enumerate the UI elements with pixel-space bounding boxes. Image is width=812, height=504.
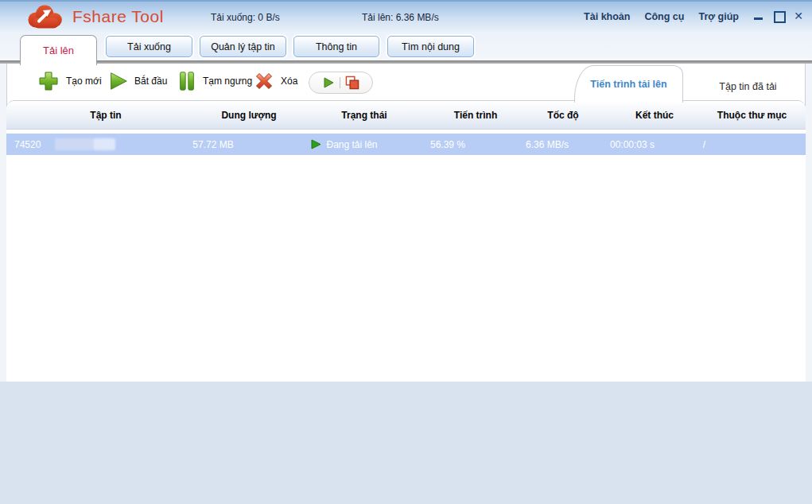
tab-file-manager[interactable]: Quản lý tập tin — [200, 36, 286, 57]
delete-label: Xóa — [281, 76, 297, 87]
file-id-text: 74520 — [14, 139, 41, 150]
tab-info[interactable]: Thông tin — [293, 36, 379, 57]
app-title: Fshare Tool — [72, 7, 164, 26]
window-controls: ✕ — [753, 10, 804, 22]
pause-icon — [177, 70, 197, 92]
mini-play-icon — [322, 76, 335, 89]
quick-actions-group — [309, 72, 373, 94]
column-header-size: Dung lượng — [205, 110, 293, 121]
maximize-icon[interactable] — [773, 10, 784, 21]
column-header-speed: Tốc độ — [515, 110, 611, 121]
app-window: Fshare Tool Tải xuống: 0 B/s Tải lên: 6.… — [0, 0, 812, 504]
panel-tab-upload-progress-label: Tiến trình tải lên — [590, 79, 666, 90]
cell-size: 57.72 MB — [169, 139, 257, 150]
column-header-finish: Kết thúc — [611, 110, 698, 121]
cell-folder: / — [651, 139, 758, 150]
cell-speed: 6.36 MB/s — [499, 139, 595, 150]
menu-bar: Tài khoản Công cụ Trợ giúp — [584, 11, 739, 22]
mini-stack-button[interactable] — [340, 76, 364, 90]
tab-search-content[interactable]: Tìm nội dung — [387, 36, 474, 57]
window-background-area — [0, 382, 812, 504]
delete-x-icon — [253, 70, 275, 92]
upload-table: Tập tin Dung lượng Trạng thái Tiến trình… — [6, 100, 806, 382]
uploading-play-icon — [311, 139, 321, 149]
create-new-button[interactable]: Tạo mới — [37, 67, 102, 95]
pause-button[interactable]: Tạm ngưng — [177, 67, 252, 95]
column-header-file: Tập tin — [6, 110, 205, 121]
stacked-windows-icon — [345, 76, 359, 90]
title-bar: Fshare Tool Tải xuống: 0 B/s Tải lên: 6.… — [0, 0, 812, 32]
menu-help[interactable]: Trợ giúp — [698, 11, 739, 22]
app-logo: Fshare Tool — [24, 4, 164, 29]
upload-speed-status: Tải lên: 6.36 MB/s — [362, 12, 439, 23]
panel-tab-uploaded-files[interactable]: Tập tin đã tải — [690, 75, 806, 99]
column-header-folder: Thuộc thư mục — [698, 110, 806, 121]
close-icon[interactable]: ✕ — [793, 10, 804, 21]
status-text: Đang tải lên — [326, 139, 377, 150]
cell-status: Đang tải lên — [273, 139, 416, 150]
panel-tab-upload-progress[interactable]: Tiến trình tải lên — [574, 65, 683, 103]
column-header-progress: Tiến trình — [436, 110, 515, 121]
tab-upload[interactable]: Tải lên — [20, 35, 97, 65]
create-new-label: Tạo mới — [66, 76, 102, 87]
table-header-row: Tập tin Dung lượng Trạng thái Tiến trình… — [6, 101, 806, 130]
mini-start-button[interactable] — [317, 76, 340, 89]
column-header-status: Trạng thái — [293, 110, 436, 121]
redacted-filename-block — [93, 138, 115, 150]
menu-tools[interactable]: Công cụ — [644, 11, 684, 22]
cell-progress: 56.39 % — [408, 139, 488, 150]
delete-button[interactable]: Xóa — [253, 67, 297, 95]
minimize-icon[interactable] — [753, 10, 764, 21]
pause-label: Tạm ngưng — [203, 76, 252, 87]
plus-icon — [37, 69, 60, 93]
cloud-logo-icon — [24, 4, 67, 29]
tab-upload-label: Tải lên — [43, 45, 74, 56]
start-button[interactable]: Bắt đầu — [107, 67, 167, 95]
tab-download[interactable]: Tải xuống — [106, 36, 192, 57]
download-speed-status: Tải xuống: 0 B/s — [211, 12, 280, 23]
start-label: Bắt đầu — [134, 76, 167, 87]
play-icon — [107, 70, 129, 92]
redacted-filename-block — [55, 138, 93, 150]
table-row[interactable]: 74520 57.72 MB Đang tải lên 56.39 % 6.36… — [6, 134, 806, 155]
menu-account[interactable]: Tài khoản — [584, 11, 630, 22]
